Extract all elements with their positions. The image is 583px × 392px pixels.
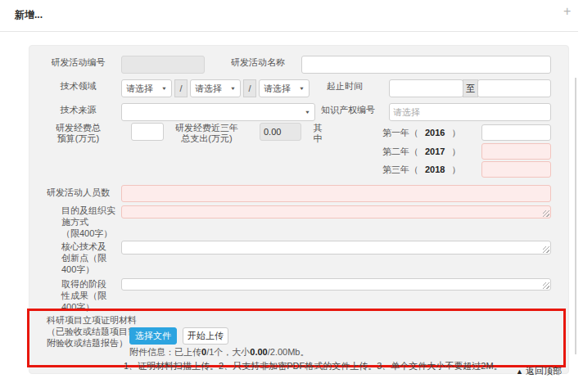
tech-field-select-1[interactable]: 请选择 ▼ [121,79,172,97]
tech-field-separator-1: / [174,79,188,97]
year-1-label: 第一年（2016） [382,127,460,139]
budget-label: 研发经费总 预算(万元) [35,123,121,144]
purpose-textarea[interactable] [121,205,551,219]
activity-name-input[interactable] [301,56,551,74]
result-textarea[interactable] [121,278,551,291]
page: 新增... + 研发活动编号 研发活动名称 技术领域 请选择 ▼ / 请选择 ▼… [0,0,583,392]
date-to-label: 至 [463,79,478,97]
back-to-top-link[interactable]: ▲返回顶部 [516,365,562,377]
year-2-label: 第二年（2017） [382,146,460,158]
resize-handle-icon[interactable] [543,210,549,217]
date-end-input[interactable] [477,79,551,97]
staff-label: 研发活动人员数 [35,187,121,198]
tech-source-label: 技术来源 [35,105,121,115]
resize-handle-icon[interactable] [543,282,549,289]
spent-input[interactable] [260,123,301,141]
page-title: 新增... [15,8,43,22]
header-divider [0,31,578,32]
choose-file-button[interactable]: 选择文件 [129,327,177,345]
upload-tips: 1、证明材料扫描上传。2、只支持非加密PDF格式的文件上传。3、单个文件大小不要… [124,360,503,372]
plus-icon[interactable]: + [563,5,571,18]
resize-handle-icon[interactable] [543,246,549,253]
tech-source-select[interactable]: ▼ [121,103,315,121]
start-upload-button[interactable]: 开始上传 [183,327,228,345]
chevron-down-icon: ▼ [230,86,236,91]
tech-field-select-2-value: 请选择 [195,83,222,95]
back-to-top-label: 返回顶部 [526,366,562,376]
tech-field-select-1-value: 请选择 [126,83,153,95]
activity-no-input[interactable] [121,56,205,74]
among-label: 其 中 [312,123,323,144]
tech-field-select-2[interactable]: 请选择 ▼ [190,79,241,97]
scrollbar[interactable] [575,78,576,354]
date-start-input[interactable] [389,79,463,97]
year-1-input[interactable] [481,124,551,141]
tech-field-select-3[interactable]: 请选择 ▼ [259,79,310,97]
staff-input[interactable] [121,185,551,202]
ip-no-input[interactable] [389,103,551,121]
year-2-input[interactable] [481,143,551,160]
date-range-label: 起止时间 [307,81,382,92]
attachment-info: 附件信息：已上传0/1个，大小0.00/2.00Mb。 [129,346,309,358]
tech-field-label: 技术领域 [35,81,121,92]
triangle-up-icon: ▲ [516,367,523,376]
ip-no-label: 知识产权编号 [307,105,389,115]
activity-name-label: 研发活动名称 [217,57,299,68]
year-3-label: 第三年（2018） [382,164,460,176]
activity-no-label: 研发活动编号 [35,57,121,68]
tech-field-separator-2: / [243,79,256,97]
chevron-down-icon: ▼ [161,86,167,91]
spent-label: 研发经费近三年 总支出(万元) [156,123,258,144]
tech-field-select-3-value: 请选择 [264,83,291,95]
year-3-input[interactable] [481,161,551,178]
chevron-down-icon: ▼ [299,86,305,91]
core-textarea[interactable] [121,241,551,255]
